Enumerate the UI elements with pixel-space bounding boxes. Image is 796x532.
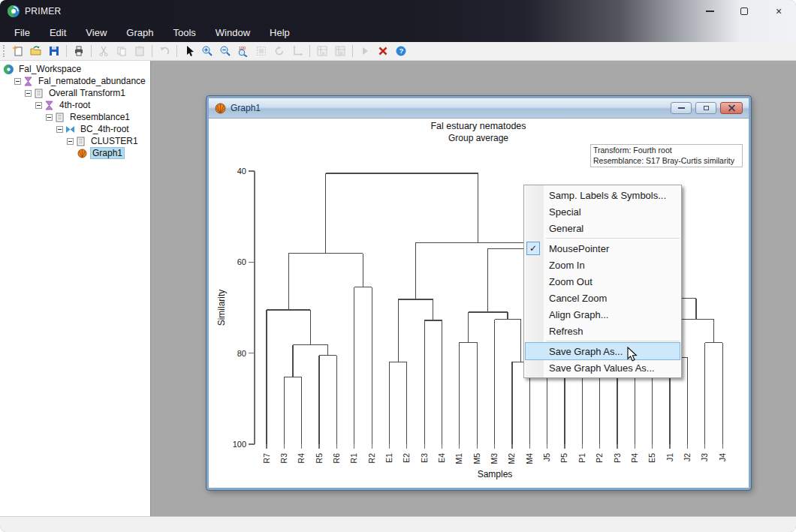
workspace-logo-icon <box>4 65 14 74</box>
context-menu-item-mousepointer[interactable]: ✓MousePointer <box>526 240 680 257</box>
tree-item-overall-transform1[interactable]: Overall Transform1 <box>0 87 150 99</box>
zoom-in-icon[interactable] <box>198 44 216 59</box>
svg-text:?: ? <box>400 47 404 55</box>
context-menu-item-general[interactable]: General <box>526 220 680 236</box>
zoom-out-icon[interactable] <box>216 44 234 59</box>
checkmark-icon: ✓ <box>526 242 540 255</box>
toolbar-separator <box>152 45 152 57</box>
tree-item-label: Resemblance1 <box>68 112 131 122</box>
tree-item-fal-nematode-abundance[interactable]: Fal_nematode_abundance <box>0 75 150 87</box>
tree-item-cluster1[interactable]: CLUSTER1 <box>0 135 150 147</box>
new-workspace-icon[interactable] <box>9 44 27 59</box>
y-axis-title: Similarity <box>216 290 227 326</box>
toolbar-separator <box>309 45 310 57</box>
sample-label-J4: J4 <box>718 453 727 461</box>
mouse-cursor <box>625 347 640 363</box>
graph-window-titlebar[interactable]: Graph1 <box>209 98 749 119</box>
context-menu-item-samp-labels-symbols[interactable]: Samp. Labels & Symbols... <box>526 187 680 203</box>
tree-item-bc-4th-root[interactable]: BC_4th-root <box>0 123 150 135</box>
tree-expander-icon[interactable] <box>25 90 32 97</box>
toolbar-separator <box>66 45 67 57</box>
tree-expander-icon[interactable] <box>35 102 42 109</box>
menu-view[interactable]: View <box>76 24 116 41</box>
zoom-100-icon[interactable]: 100 <box>234 44 252 59</box>
graph-restore-button[interactable] <box>695 102 716 114</box>
axis-text: 40 <box>237 167 246 176</box>
menu-help[interactable]: Help <box>260 24 300 41</box>
tree-item-label: Fal_Workspace <box>17 64 83 74</box>
context-menu-item-align-graph[interactable]: Align Graph... <box>526 306 680 323</box>
titlebar[interactable]: PRIMER × <box>0 0 796 23</box>
sample-label-P5: P5 <box>559 453 568 463</box>
stop-icon[interactable] <box>374 44 392 59</box>
menu-edit[interactable]: Edit <box>40 24 76 41</box>
toolbar-separator <box>352 45 353 57</box>
sample-label-M4: M4 <box>525 453 534 464</box>
context-menu-item-label: Save Graph Values As... <box>549 362 655 374</box>
x-axis-title: Samples <box>478 469 513 479</box>
sample-label-M3: M3 <box>490 453 499 464</box>
menu-file[interactable]: File <box>5 24 40 41</box>
graph-icon <box>77 149 88 158</box>
sample-label-R3: R3 <box>279 453 288 464</box>
select-region-icon <box>252 44 270 59</box>
sample-label-R1: R1 <box>349 453 358 464</box>
sample-label-J3: J3 <box>700 453 709 461</box>
context-menu-item-refresh[interactable]: Refresh <box>526 323 680 339</box>
context-menu-item-save-graph-values-as[interactable]: Save Graph Values As... <box>526 359 680 376</box>
graph-context-menu: Samp. Labels & Symbols...SpecialGeneral✓… <box>523 185 682 378</box>
rotate-axes-icon <box>288 44 306 59</box>
context-menu-item-cancel-zoom[interactable]: Cancel Zoom <box>526 290 680 306</box>
sample-label-R4: R4 <box>297 453 306 464</box>
topbar: PRIMER × FileEditViewGraphToolsWindowHel… <box>0 0 796 42</box>
context-menu-item-zoom-in[interactable]: Zoom In <box>526 257 680 273</box>
menu-window[interactable]: Window <box>206 24 260 41</box>
menu-graph[interactable]: Graph <box>116 24 163 41</box>
tree-expander-icon[interactable] <box>46 114 53 121</box>
context-menu-item-label: Align Graph... <box>549 309 609 320</box>
graph-close-button[interactable] <box>720 102 743 114</box>
data-icon <box>44 101 55 110</box>
close-button[interactable]: × <box>761 0 796 23</box>
tree-expander-icon[interactable] <box>67 138 74 145</box>
tree-item-label: BC_4th-root <box>79 124 131 134</box>
sample-label-M2: M2 <box>507 453 516 464</box>
context-menu-item-label: Refresh <box>549 326 583 337</box>
toolbar: 100RR? <box>0 42 796 61</box>
worksheet-r2-icon: R <box>331 44 349 59</box>
context-menu-item-label: Samp. Labels & Symbols... <box>549 190 666 201</box>
window-controls: × <box>692 0 796 23</box>
paste-icon <box>131 44 149 59</box>
tree-item-graph1[interactable]: Graph1 <box>0 147 150 159</box>
tree-item-resemblance1[interactable]: Resemblance1 <box>0 111 150 123</box>
tree-expander-icon[interactable] <box>56 126 63 133</box>
axis-text: 100 <box>233 440 246 449</box>
undo-icon <box>155 44 173 59</box>
menu-separator <box>546 238 680 239</box>
context-menu-item-save-graph-as[interactable]: Save Graph As... <box>526 343 680 359</box>
svg-text:R: R <box>322 50 326 56</box>
context-menu-item-special[interactable]: Special <box>526 203 680 220</box>
resemblance-icon <box>65 125 76 134</box>
open-icon[interactable] <box>27 44 45 59</box>
run-icon <box>356 44 374 59</box>
context-menu-item-zoom-out[interactable]: Zoom Out <box>526 273 680 290</box>
save-icon[interactable] <box>45 44 63 59</box>
tree-expander-icon[interactable] <box>14 78 21 85</box>
minimize-button[interactable] <box>692 0 727 23</box>
rotate-icon <box>270 44 288 59</box>
copy-icon <box>113 44 131 59</box>
help-icon[interactable]: ? <box>392 44 410 59</box>
toolbar-separator <box>176 45 177 57</box>
graph-minimize-button[interactable] <box>671 102 692 114</box>
menu-tools[interactable]: Tools <box>163 24 205 41</box>
primer-logo-icon <box>8 5 20 17</box>
tree-item-fal-workspace[interactable]: Fal_Workspace <box>0 63 150 75</box>
maximize-button[interactable] <box>727 0 761 23</box>
primer-application-window: PRIMER × FileEditViewGraphToolsWindowHel… <box>0 0 796 532</box>
pointer-icon[interactable] <box>180 44 198 59</box>
sample-label-P3: P3 <box>613 453 622 463</box>
tree-item-label: 4th-root <box>58 100 92 110</box>
tree-item-4th-root[interactable]: 4th-root <box>0 99 150 111</box>
print-icon[interactable] <box>70 44 88 59</box>
